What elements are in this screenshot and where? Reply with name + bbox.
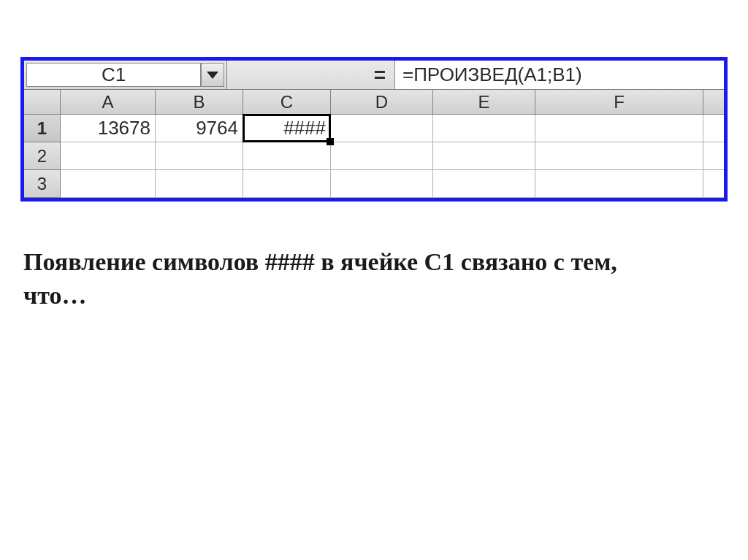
col-header-B[interactable]: B (156, 90, 243, 115)
cell-C3[interactable] (243, 170, 331, 198)
row-header-1[interactable]: 1 (24, 115, 61, 142)
formula-input[interactable]: =ПРОИЗВЕД(A1;B1) (395, 61, 724, 89)
col-header-F[interactable]: F (535, 90, 703, 115)
cell-A2[interactable] (61, 142, 156, 170)
select-all-corner[interactable] (24, 90, 61, 115)
row-1: 13678 9764 #### (61, 115, 724, 142)
col-header-D[interactable]: D (331, 90, 433, 115)
col-header-tail (703, 90, 724, 115)
col-header-C[interactable]: C (243, 90, 331, 115)
cell-tail-3 (703, 170, 724, 198)
cell-E2[interactable] (433, 142, 535, 170)
row-3 (61, 170, 724, 198)
cell-E1[interactable] (433, 115, 535, 142)
equals-button[interactable]: = (227, 61, 395, 89)
cell-tail-2 (703, 142, 724, 170)
col-header-E[interactable]: E (433, 90, 535, 115)
formula-bar: C1 = =ПРОИЗВЕД(A1;B1) (24, 61, 724, 90)
name-box[interactable]: C1 (26, 63, 201, 87)
column-header-row: A B C D E F (61, 90, 724, 115)
name-box-area: C1 (24, 61, 227, 89)
cell-E3[interactable] (433, 170, 535, 198)
cell-F2[interactable] (535, 142, 703, 170)
cell-B2[interactable] (156, 142, 243, 170)
question-text: Появление символов #### в ячейке С1 связ… (20, 245, 619, 312)
row-2 (61, 142, 724, 170)
row-header-3[interactable]: 3 (24, 170, 61, 198)
cell-tail-1 (703, 115, 724, 142)
cell-C1[interactable]: #### (243, 115, 331, 142)
cell-F1[interactable] (535, 115, 703, 142)
cell-D1[interactable] (331, 115, 433, 142)
cells-area: A B C D E F 13678 9764 #### (61, 90, 724, 198)
cell-A3[interactable] (61, 170, 156, 198)
chevron-down-icon (207, 72, 218, 79)
col-header-A[interactable]: A (61, 90, 156, 115)
cell-D2[interactable] (331, 142, 433, 170)
cell-D3[interactable] (331, 170, 433, 198)
spreadsheet-grid: 1 2 3 A B C D E F 13678 9764 #### (24, 90, 724, 198)
name-box-dropdown[interactable] (201, 63, 224, 87)
cell-F3[interactable] (535, 170, 703, 198)
cell-B1[interactable]: 9764 (156, 115, 243, 142)
cell-B3[interactable] (156, 170, 243, 198)
row-header-2[interactable]: 2 (24, 142, 61, 170)
row-header-column: 1 2 3 (24, 90, 61, 198)
spreadsheet-panel: C1 = =ПРОИЗВЕД(A1;B1) 1 2 3 A B C D (20, 57, 728, 202)
cell-A1[interactable]: 13678 (61, 115, 156, 142)
cell-C2[interactable] (243, 142, 331, 170)
